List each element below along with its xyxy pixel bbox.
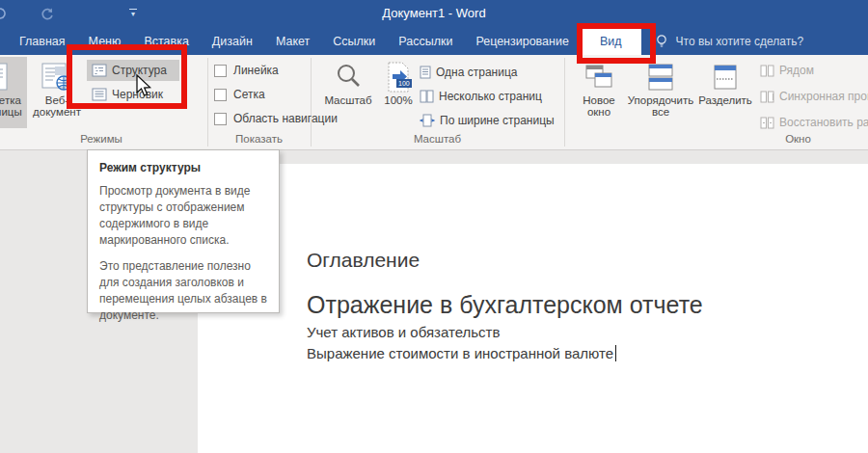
mouse-cursor-icon: [133, 73, 154, 98]
new-window-icon: [583, 60, 614, 94]
zoom-button[interactable]: Масштаб: [318, 57, 378, 128]
doc-line-1[interactable]: Учет активов и обязательств: [307, 324, 500, 340]
doc-heading[interactable]: Отражение в бухгалтерском отчете: [307, 291, 703, 319]
split-icon: [711, 60, 740, 94]
ruler-checkbox[interactable]: Линейка: [214, 64, 279, 77]
zoom-magnifier-icon: [333, 60, 364, 94]
text-caret: [615, 345, 616, 361]
tab-retsenzirovanie[interactable]: Рецензирование: [464, 27, 581, 55]
annotation-rect-vid-tab: [577, 23, 656, 64]
zoom-100-label: 100%: [384, 94, 412, 106]
tell-me-box[interactable]: Что вы хотите сделать?: [655, 27, 804, 55]
synchronous-scrolling-button: Синхронная прокрутка: [760, 90, 868, 103]
sync-scroll-label: Синхронная прокрутка: [779, 90, 868, 103]
multiple-pages-button[interactable]: Несколько страниц: [415, 86, 547, 107]
new-window-label: Новое окно: [571, 94, 627, 118]
window-title: Документ1 - Word: [0, 6, 868, 20]
multiple-pages-icon: [420, 90, 434, 103]
word-window: ▾ Документ1 - Word Главная Меню Вставка …: [0, 0, 868, 453]
arrange-all-label: Упорядочить все: [628, 94, 693, 118]
one-page-label: Одна страница: [436, 66, 517, 79]
arrange-all-button[interactable]: Упорядочить все: [628, 57, 693, 128]
checkbox-icon: [214, 113, 227, 125]
modes-group-label: Режимы: [58, 133, 145, 145]
print-layout-icon: [0, 60, 12, 94]
zoom-label: Масштаб: [324, 94, 371, 106]
title-bar: ▾ Документ1 - Word: [0, 0, 868, 27]
tooltip-title: Режим структуры: [99, 161, 267, 174]
print-layout-button[interactable]: Разметка страницы: [0, 57, 27, 128]
doc-toc-heading[interactable]: Оглавление: [307, 249, 420, 272]
tooltip-paragraph-1: Просмотр документа в виде структуры с от…: [99, 183, 267, 249]
ruler-label: Линейка: [233, 64, 279, 77]
tab-rassylki[interactable]: Рассылки: [387, 27, 464, 55]
doc-line-2-text: Выражение стоимости в иностранной валюте: [307, 345, 613, 361]
page-width-button[interactable]: По ширине страницы: [415, 110, 559, 131]
show-group-label: Показать: [207, 133, 311, 145]
split-label: Разделить: [698, 94, 752, 106]
doc-line-2[interactable]: Выражение стоимости в иностранной валюте: [307, 345, 616, 361]
side-by-side-icon: [760, 65, 774, 77]
group-separator: [564, 58, 565, 147]
zoom-100-icon: 100: [385, 60, 412, 94]
reset-position-label: Восстановить расположение: [779, 116, 868, 129]
outline-view-tooltip: Режим структуры Просмотр документа в вид…: [87, 149, 280, 313]
gridlines-label: Сетка: [233, 88, 265, 101]
one-page-button[interactable]: Одна страница: [415, 62, 522, 83]
tooltip-paragraph-2: Это представление полезно для создания з…: [99, 258, 267, 324]
reset-window-position-button: Восстановить расположение: [760, 116, 868, 129]
side-by-side-label: Рядом: [779, 64, 814, 77]
split-button[interactable]: Разделить: [694, 57, 756, 128]
page-width-icon: [420, 114, 435, 127]
print-layout-label: Разметка страницы: [0, 94, 27, 118]
checkbox-icon: [214, 89, 227, 101]
view-side-by-side-button: Рядом: [760, 64, 814, 77]
one-page-icon: [420, 66, 431, 79]
reset-position-icon: [760, 117, 774, 129]
tell-me-label: Что вы хотите сделать?: [676, 35, 804, 48]
zoom-100-button[interactable]: 100 100%: [380, 57, 417, 128]
gridlines-checkbox[interactable]: Сетка: [214, 88, 265, 101]
new-window-button[interactable]: Новое окно: [571, 57, 627, 128]
zoom-group-label: Масштаб: [311, 133, 564, 145]
sync-scroll-icon: [760, 91, 774, 103]
tab-ssylki[interactable]: Ссылки: [321, 27, 387, 55]
checkbox-icon: [214, 65, 227, 77]
annotation-rect-outline-draft: [67, 44, 187, 109]
lightbulb-icon: [655, 34, 668, 49]
page-width-label: По ширине страницы: [440, 114, 555, 127]
document-page[interactable]: Оглавление Отражение в бухгалтерском отч…: [198, 164, 868, 453]
arrange-all-icon: [646, 60, 675, 94]
tab-maket[interactable]: Макет: [264, 27, 321, 55]
window-group-label: Окно: [714, 133, 868, 145]
tab-dizayn[interactable]: Дизайн: [201, 27, 264, 55]
zoom-100-badge: 100: [396, 79, 412, 88]
multiple-pages-label: Несколько страниц: [439, 90, 542, 103]
